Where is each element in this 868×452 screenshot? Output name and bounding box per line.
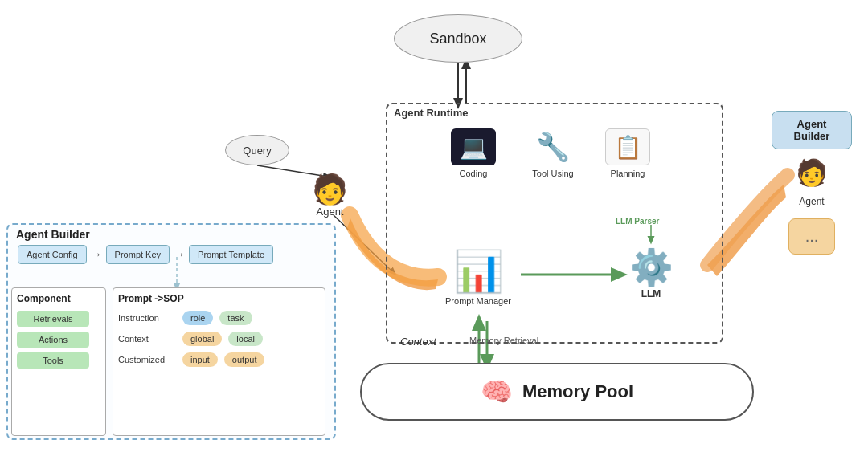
arrow-icon-2: → [173,247,186,262]
tool-using-icon-box: 🔧 [530,128,575,165]
sandbox-label: Sandbox [429,31,486,47]
actions-button[interactable]: Actions [17,332,89,348]
coding-icon-group: 💻 Coding [445,128,502,178]
agent-builder-title-left: Agent Builder [16,228,90,241]
retrievals-button[interactable]: Retrievals [17,311,89,327]
planning-icon-box: 📋 [605,128,650,165]
prompt-sop-title: Prompt ->SOP [118,293,320,304]
memory-pool-box: 🧠 Memory Pool [360,363,754,421]
agent-builder-panel-right: Agent Builder 🧑 Agent ... [772,111,852,255]
tools-button[interactable]: Tools [17,352,89,369]
query-cloud: Query [225,135,289,165]
agent-center-label: Agent [317,206,344,218]
llm-label: LLM [641,288,661,299]
prompt-template-box: Prompt Template [189,245,273,264]
agent-right-label: Agent [799,196,824,207]
prompt-manager-icon: 📊 [453,248,503,295]
tool-using-label: Tool Using [532,169,573,178]
sop-row-context: Context global local [118,332,320,346]
coding-label: Coding [460,169,488,178]
prompt-manager-label: Prompt Manager [445,296,511,306]
agent-builder-right-label: Agent Builder [772,111,852,149]
context-label: Context [400,336,436,348]
sop-tag-local: local [228,332,263,346]
arrow-icon-1: → [90,247,103,262]
sop-label-instruction: Instruction [118,313,176,323]
llm-icon: ⚙️ [629,246,674,288]
sandbox-cloud: Sandbox [394,14,522,63]
agent-figure-center: 🧑 Agent [312,175,348,218]
sop-tag-global: global [182,332,222,346]
diagram: Sandbox Agent Runtime 💻 Coding 🔧 Tool Us… [0,0,868,452]
agent-right-person-icon: 🧑 [796,157,828,188]
agent-person-icon: 🧑 [312,175,348,204]
prompt-manager-box: 📊 Prompt Manager [438,237,518,317]
prompt-sop-box: Prompt ->SOP Instruction role task Conte… [113,287,326,436]
component-title: Component [17,293,100,304]
agent-right-dots: ... [788,218,836,255]
component-box: Component Retrievals Actions Tools [11,287,106,436]
prompt-key-box: Prompt Key [106,245,170,264]
llm-parser-label: LLM Parser [616,217,659,226]
sop-tag-output: output [224,352,265,367]
memory-retrieval-label: Memory Retrieval [469,336,538,345]
config-flow: Agent Config → Prompt Key → Prompt Templ… [18,245,273,264]
llm-box: ⚙️ LLM [619,241,683,305]
sop-tag-task: task [219,311,252,325]
sop-tag-input: input [182,352,218,367]
planning-label: Planning [611,169,645,178]
sop-label-context: Context [118,334,176,344]
sop-row-instruction: Instruction role task [118,311,320,325]
memory-pool-label: Memory Pool [522,381,633,402]
agent-config-box: Agent Config [18,245,87,264]
brain-icon: 🧠 [481,377,513,407]
planning-icon-group: 📋 Planning [600,128,656,178]
sop-row-customized: Customized input output [118,352,320,367]
sop-tag-role: role [182,311,213,325]
svg-line-13 [334,215,394,273]
tool-using-icon-group: 🔧 Tool Using [521,128,585,178]
coding-icon-box: 💻 [451,128,496,165]
sop-label-customized: Customized [118,355,176,364]
